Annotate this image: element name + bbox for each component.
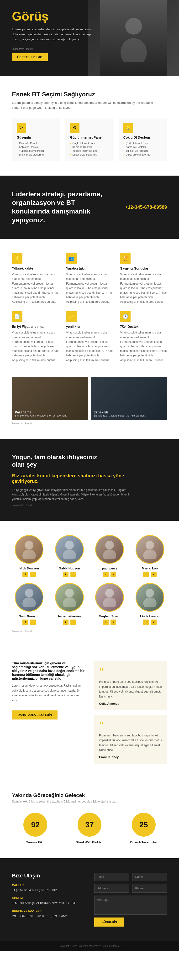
contact-submit-button[interactable]: GÖNDERİN [94,918,124,927]
contact-konum: Konum 125 Rock Springs, 21 Baldwin, New … [12,897,85,905]
twitter-icon-3[interactable]: t [151,571,157,578]
avatar-person-5 [62,588,77,607]
avatar-person-7 [143,588,157,607]
stat-item-2: 25 Duyarlı Tasarımlar [120,813,167,844]
facebook-icon-0[interactable]: f [22,571,28,578]
feature-icon-2: 🏆 [120,253,131,264]
quote-mark-1: " [99,720,162,731]
feature-icon-4: ✨ [66,311,77,322]
feature-title-2: Şaşırtıcı Sonuçlar [120,266,167,270]
feature-text-4: Vitae suscipit tellus mauris a diam maec… [66,330,113,363]
twitter-icon-4[interactable]: t [30,619,36,625]
svg-point-10 [25,589,34,597]
bt-card-item-2-3: Dijital proje platformu [123,153,162,156]
testimonial-section: Tüm müşterilerimiz için güveni ve sağlam… [0,647,179,778]
hero-cta-button[interactable]: ÜCRETSİZ DEMO [12,53,48,61]
team-social-6: f t [93,619,127,625]
address-input[interactable] [94,884,129,892]
svg-point-7 [103,549,116,559]
dark-banner-text: Liderlere strateji, pazarlama, organizas… [12,190,112,225]
contact-left: Bize Ulaşın Call Us +1 (555) 123-456 +1 … [12,873,85,927]
bt-card-item-1-2: Yüksek İnternet Panel [70,149,109,153]
bt-section: Esnek BT Seçimi Sağlıyoruz Lorem ipsum i… [0,76,179,176]
feature-icon-0: ⭐ [12,253,22,264]
twitter-icon-5[interactable]: t [70,619,76,625]
feature-text-0: Vitae suscipit tellus mauris a diam maec… [12,272,59,304]
image-card-title-1: Pazarlama [15,410,67,414]
facebook-icon-4[interactable]: f [22,619,28,625]
testimonial-cta-button[interactable]: DAHA FAZLA BİLGİ EDİN [12,710,58,719]
stat-label-1: Güzel Web Blokları [66,840,113,844]
stat-item-0: 92 Sınırsız Fikir [12,813,59,844]
image-caption-2: Esnekilik Sample text. Click to select t… [91,407,149,420]
team-social-0: f t [12,571,46,578]
team-name-3: Margo Loo [133,566,167,570]
bt-card-title-1: Güçlü İnternet Panel [70,135,109,139]
phone-input[interactable] [132,884,167,892]
quote-author-0: Celia Almeida [99,702,162,705]
team-avatar-0 [15,535,43,564]
team-social-4: f t [12,619,46,625]
bt-card-item-2-2: Yüksek ve Temsilci [123,149,162,153]
facebook-icon-6[interactable]: f [103,619,109,625]
bt-card-icon-0: 🛡 [17,123,26,133]
team-name-0: Nick Dowson [12,566,46,570]
dark-banner-phone: +12-345-678-89589 [125,204,167,210]
footer-text: Copyright © 2024 - All rights reserved b… [12,945,167,947]
hero-content: Görüş Lorem ipsum is reprehenderit in vo… [12,10,93,61]
bt-card-item-2-1: Kablo ile Destekli [123,145,162,149]
email-input[interactable] [94,873,129,881]
contact-grid: Bize Ulaşın Call Us +1 (555) 123-456 +1 … [12,873,167,927]
contact-form-row-1 [94,873,167,881]
avatar-person-4 [22,588,36,607]
facebook-icon-3[interactable]: f [143,571,149,578]
facebook-icon-5[interactable]: f [63,619,69,625]
testimonial-left-text: Lorem ipsum dolor sit amet consectetur. … [12,683,85,703]
team-social-3: f t [133,571,167,578]
svg-point-15 [103,597,116,607]
twitter-icon-7[interactable]: t [151,619,157,625]
hero-photo-inner [100,0,167,76]
svg-point-16 [145,589,154,597]
avatar-person-1 [62,540,77,559]
stats-sub: Sample text. Click to select the text bo… [12,800,167,803]
team-grid: Nick Dowson f t Gabbi Hudson f t paul pe… [12,535,167,625]
twitter-icon-1[interactable]: t [70,571,76,578]
team-name-2: paul perry [93,566,127,570]
feature-title-4: yenilikler [66,325,113,328]
bt-card-item-1-3: Dijital proje platformu [70,153,109,156]
facebook-icon-1[interactable]: f [63,571,69,578]
feature-item-0: ⭐ Yüksek kalite Vitae suscipit tellus ma… [12,253,59,304]
feature-title-5: 7/24 Destek [120,325,167,328]
team-member-1: Gabbi Hudson f t [52,535,87,578]
image-row: Pazarlama Sample text. Click to select t… [12,377,167,420]
testimonial-right: " Proin sed libero enim sed faucibus tur… [94,661,167,764]
facebook-icon-7[interactable]: f [143,619,149,625]
image-grid-credit: Foto resim: Freepik [12,422,167,425]
bt-title: Esnek BT Seçimi Sağlıyoruz [12,91,167,98]
bt-card-item-2-0: Çoklu İnternet Panel [123,141,162,145]
busy-title: Yoğun, tam olarak ihtiyacınız olan şey [12,453,107,468]
bt-card-item-0-2: Yüksek İnternit Panel [17,149,56,153]
name-input[interactable] [132,873,167,881]
message-input[interactable] [94,896,167,915]
image-grid-section: Pazarlama Sample text. Click to select t… [0,377,179,439]
image-card-sub-2: Sample text. Click to select the Text El… [94,414,146,417]
twitter-icon-0[interactable]: t [30,571,36,578]
facebook-icon-2[interactable]: f [103,571,109,578]
feature-title-3: En İyi Flyatlandırma [12,325,59,328]
stat-number-0: 92 [23,813,47,837]
contact-title: Bize Ulaşın [12,873,85,879]
twitter-icon-2[interactable]: t [110,571,116,578]
twitter-icon-6[interactable]: t [110,619,116,625]
svg-point-5 [63,549,76,559]
team-member-0: Nick Dowson f t [12,535,46,578]
bt-card-title-0: Güvenilir [17,135,56,139]
bt-card-icon-2: 💡 [123,123,133,133]
stat-number-1: 37 [78,813,101,837]
bt-card-title-2: Çoklu DI Desteği [123,135,162,139]
stat-item-1: 37 Güzel Web Blokları [66,813,113,844]
bt-card-item-0-0: Güvenilir Panel [17,141,56,145]
svg-point-4 [65,541,74,549]
image-card-esnekilik: Esnekilik Sample text. Click to select t… [91,377,167,420]
